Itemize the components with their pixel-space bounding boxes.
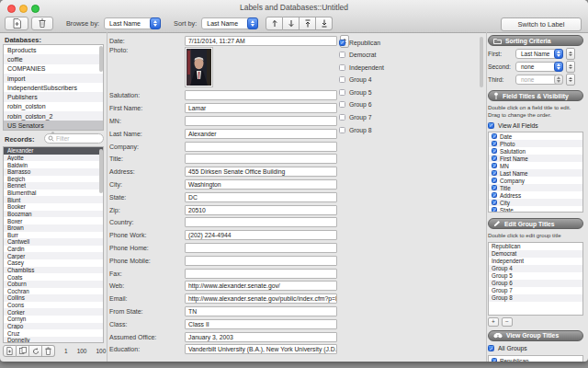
sort-field-dropdown[interactable]: none	[515, 62, 563, 72]
group-checkbox-row[interactable]: Group 5	[339, 88, 384, 96]
text-input[interactable]	[185, 256, 337, 266]
database-list-item[interactable]: Bproducts	[4, 45, 103, 54]
record-list-item[interactable]: Boxer	[4, 217, 103, 224]
database-list-item[interactable]: US Senators	[4, 121, 103, 130]
record-list-item[interactable]: Baldwin	[4, 161, 103, 168]
group-checkbox-row[interactable]: Independent	[339, 63, 384, 71]
add-group-button[interactable]: +	[488, 317, 499, 327]
record-list-item[interactable]: Coburn	[4, 281, 103, 288]
group-checkbox-row[interactable]: Republican	[339, 39, 384, 46]
group-title-row[interactable]: Group 7	[489, 287, 582, 294]
field-title-row[interactable]: Address	[489, 191, 582, 199]
text-input[interactable]: Alexander	[185, 129, 337, 139]
database-list-item[interactable]: robin_colston_2	[4, 111, 103, 121]
text-input[interactable]	[185, 90, 337, 100]
text-input[interactable]: January 3, 2003	[185, 332, 337, 342]
record-list-item[interactable]: Ayotte	[4, 155, 103, 162]
field-title-row[interactable]: MN	[489, 162, 582, 169]
record-list-item[interactable]: Corker	[4, 308, 103, 316]
record-list-item[interactable]: Cruz	[4, 329, 103, 337]
new-database-button[interactable]	[5, 17, 28, 30]
record-list-item[interactable]: Burr	[4, 232, 103, 239]
record-list-item[interactable]: Coats	[4, 273, 103, 281]
group-title-row[interactable]: Group 5	[489, 272, 582, 280]
group-checkbox-row[interactable]: Group 6	[339, 101, 384, 109]
text-input[interactable]: TN	[185, 306, 337, 316]
record-list-item[interactable]: Donnelly	[4, 337, 103, 343]
field-title-row[interactable]: Company	[489, 177, 582, 184]
group-title-row[interactable]: Democrat	[489, 250, 582, 258]
record-list-item[interactable]: Coons	[4, 302, 103, 309]
text-input[interactable]: http://www.alexander.senate.gov/	[185, 281, 337, 291]
view-group-row[interactable]: Republican	[489, 356, 582, 362]
record-list-item[interactable]: Casey	[4, 259, 103, 267]
sort-descending-button[interactable]	[283, 17, 300, 30]
text-input[interactable]	[185, 142, 337, 152]
record-list-item[interactable]: Collins	[4, 294, 103, 302]
group-title-row[interactable]: Group 6	[489, 280, 582, 287]
record-list-item[interactable]: Carper	[4, 252, 103, 259]
sort-field-dropdown[interactable]: Last Name	[515, 49, 563, 59]
remove-group-button[interactable]: −	[502, 317, 513, 327]
field-title-row[interactable]: Photo	[489, 140, 582, 147]
database-list-item[interactable]: IndependentSubscribers	[4, 83, 103, 92]
text-input[interactable]: Washington	[185, 179, 337, 190]
record-list-item[interactable]: Barrasso	[4, 168, 103, 176]
record-list-item[interactable]: Cochran	[4, 288, 103, 295]
filter-input[interactable]	[54, 134, 95, 143]
field-title-row[interactable]: First Name	[489, 155, 582, 162]
record-list-item[interactable]: Cardin	[4, 246, 103, 253]
browse-by-dropdown[interactable]: Last Name	[104, 17, 161, 29]
group-checkbox-row[interactable]: Democrat	[339, 52, 384, 59]
group-checkbox-row[interactable]: Group 4	[339, 76, 384, 84]
text-input[interactable]: DC	[185, 192, 337, 202]
sort-direction-stepper[interactable]	[566, 61, 575, 73]
field-title-row[interactable]: Last Name	[489, 169, 582, 177]
view-all-fields-row[interactable]: View All Fields	[488, 121, 583, 129]
duplicate-record-button[interactable]	[17, 345, 29, 357]
sort-field-dropdown[interactable]: none	[515, 75, 563, 85]
database-list-item[interactable]: COMPANIES	[4, 64, 103, 74]
text-input[interactable]	[185, 116, 337, 126]
form-scrollbar[interactable]	[480, 37, 483, 87]
record-list-item[interactable]: Begich	[4, 176, 103, 183]
record-list-item[interactable]: Chambliss	[4, 267, 103, 274]
database-list-item[interactable]: import	[4, 74, 103, 83]
refresh-records-button[interactable]	[29, 345, 42, 357]
record-list-item[interactable]: Booker	[4, 203, 103, 211]
record-list-item[interactable]: Brown	[4, 224, 103, 232]
field-title-row[interactable]: Salutation	[489, 147, 582, 155]
databases-scrollbar[interactable]	[99, 46, 103, 72]
group-title-row[interactable]: Group 8	[489, 294, 582, 302]
database-list-item[interactable]: Publishers	[4, 92, 103, 101]
switch-to-label-button[interactable]: Switch to Label	[501, 17, 582, 31]
records-scrollbar[interactable]	[99, 149, 103, 193]
field-title-row[interactable]: Title	[489, 184, 582, 191]
sort-by-dropdown[interactable]: Last Name	[201, 17, 258, 29]
text-input[interactable]	[185, 154, 337, 164]
record-list-item[interactable]: Blunt	[4, 196, 103, 203]
sort-ascending-button[interactable]	[266, 17, 283, 30]
new-record-button[interactable]	[3, 345, 17, 357]
sort-ascending-top-button[interactable]	[300, 17, 316, 30]
delete-record-button[interactable]	[42, 345, 55, 357]
record-list-item[interactable]: Cantwell	[4, 238, 103, 246]
text-input[interactable]: 20510	[185, 205, 337, 215]
sort-descending-bottom-button[interactable]	[316, 17, 333, 30]
database-list-item[interactable]: coffie	[4, 54, 103, 63]
record-list-item[interactable]: Alexander	[4, 147, 103, 155]
sort-direction-stepper[interactable]	[566, 74, 575, 86]
all-groups-row[interactable]: All Groups	[488, 345, 583, 352]
text-input[interactable]	[185, 269, 337, 279]
record-list-item[interactable]: Crapo	[4, 323, 103, 330]
field-title-row[interactable]: Date	[489, 132, 582, 140]
group-checkbox-row[interactable]: Group 7	[339, 114, 384, 121]
record-list-item[interactable]: Blumenthal	[4, 190, 103, 197]
photo-well[interactable]	[185, 47, 213, 87]
delete-database-button[interactable]	[31, 17, 53, 30]
text-input[interactable]: Class II	[185, 319, 337, 329]
text-input[interactable]: Lamar	[185, 103, 337, 113]
date-input[interactable]: 7/11/2014, 11:27 AM	[185, 36, 337, 46]
sort-direction-stepper[interactable]	[566, 48, 575, 60]
field-title-row[interactable]: City	[489, 199, 582, 206]
